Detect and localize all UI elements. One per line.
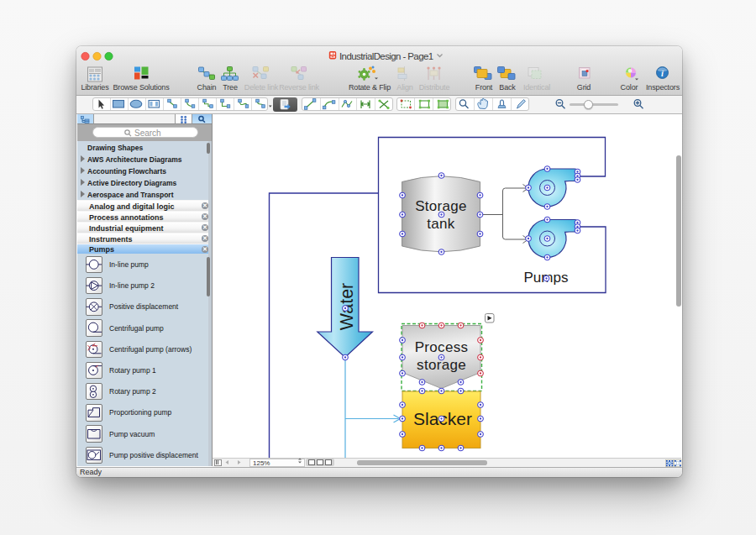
svg-text:tank: tank <box>427 216 455 232</box>
svg-text:Process: Process <box>415 339 469 355</box>
svg-text:i: i <box>661 69 664 78</box>
svg-text:Storage: Storage <box>415 198 467 214</box>
